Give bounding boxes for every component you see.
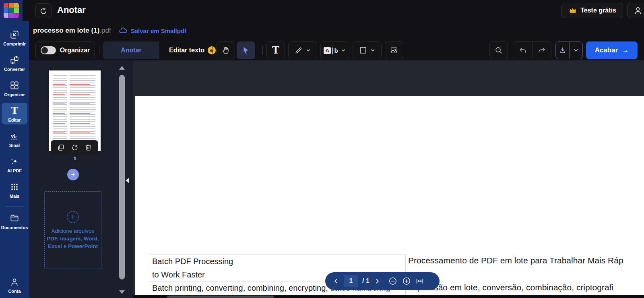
sidebar-item-label: Converter bbox=[4, 67, 25, 72]
person-icon bbox=[633, 6, 643, 15]
next-page-button[interactable] bbox=[374, 277, 381, 285]
chevron-down-icon bbox=[341, 48, 346, 53]
redo-button[interactable] bbox=[532, 42, 551, 59]
sidebar-item-conta[interactable]: Conta bbox=[2, 274, 27, 296]
zoom-in-button[interactable] bbox=[402, 276, 411, 286]
crown-icon bbox=[568, 6, 577, 15]
arrow-right-icon: → bbox=[622, 46, 629, 54]
hand-tool-button[interactable] bbox=[217, 41, 235, 59]
history-group bbox=[513, 41, 551, 59]
sidebar-item-label: Mais bbox=[10, 194, 19, 199]
compress-icon bbox=[9, 29, 20, 40]
organize-toggle-button[interactable]: Organizar bbox=[35, 41, 95, 59]
cloud-icon bbox=[118, 26, 128, 35]
sidebar-item-label: Conta bbox=[8, 289, 21, 294]
current-page-input[interactable]: 1 bbox=[344, 275, 358, 287]
search-button[interactable] bbox=[489, 41, 508, 59]
toolbar-separator bbox=[99, 46, 99, 55]
download-icon bbox=[559, 46, 567, 54]
editor-toolbar: Organizar Anotar Editar texto bbox=[29, 40, 644, 60]
draw-tool-button[interactable] bbox=[288, 41, 317, 59]
redo-icon bbox=[537, 46, 546, 55]
sidebar-item-documentos[interactable]: Documentos bbox=[2, 210, 27, 232]
rotate-page-button[interactable] bbox=[70, 143, 79, 152]
toolbar-separator bbox=[213, 46, 213, 55]
fit-width-button[interactable] bbox=[415, 277, 424, 286]
chevron-down-icon bbox=[573, 47, 579, 54]
organize-toggle-label: Organizar bbox=[60, 47, 90, 54]
horizontal-scrollbar[interactable] bbox=[133, 295, 644, 298]
undo-icon bbox=[518, 46, 527, 55]
sparkles-icon bbox=[9, 156, 20, 167]
sidebar-item-sinal[interactable]: Sinal bbox=[2, 128, 27, 150]
page-thumbnail[interactable] bbox=[49, 70, 101, 151]
scrollbar-thumb[interactable] bbox=[167, 296, 274, 298]
account-button[interactable] bbox=[627, 3, 644, 18]
duplicate-page-button[interactable] bbox=[57, 143, 65, 152]
sidebar-item-ai-pdf[interactable]: AI PDF bbox=[2, 153, 27, 175]
delete-page-button[interactable] bbox=[84, 143, 93, 152]
sidebar-item-comprimir[interactable]: Comprimir bbox=[2, 27, 27, 48]
sidebar-item-mais[interactable]: Mais bbox=[2, 179, 27, 201]
text-edit-icon: A|b bbox=[324, 46, 338, 55]
text-tool-button[interactable]: T bbox=[266, 41, 285, 59]
tab-edit-text-label: Editar texto bbox=[169, 47, 204, 54]
download-options-button[interactable] bbox=[569, 42, 582, 59]
zoom-out-button[interactable] bbox=[388, 276, 398, 286]
finish-button[interactable]: Acabar → bbox=[586, 41, 638, 59]
save-to-smallpdf-link[interactable]: Salvar em Smallpdf bbox=[118, 26, 186, 35]
file-bar: processo em lote (1).pdf Salvar em Small… bbox=[29, 21, 644, 40]
edit-text-icon: T bbox=[11, 106, 19, 116]
premium-crown-icon bbox=[208, 46, 216, 54]
download-button[interactable] bbox=[556, 42, 569, 59]
search-icon bbox=[494, 46, 503, 55]
sidebar-divider bbox=[5, 206, 24, 207]
download-group bbox=[555, 41, 583, 59]
sidebar-item-editar[interactable]: T Editar bbox=[2, 103, 27, 124]
organize-toggle-switch[interactable] bbox=[41, 46, 56, 54]
folder-icon bbox=[9, 213, 20, 224]
pages-panel: 1 + + Adicione arquivos PDF, imagem, Wor… bbox=[29, 60, 133, 298]
translated-line-rest: ssão em lote, conversão, combinação, cri… bbox=[430, 283, 613, 292]
pdf-page[interactable]: Batch PDF Processing to Work Faster Batc… bbox=[135, 96, 644, 295]
scrollbar-thumb[interactable] bbox=[119, 75, 125, 279]
table-row: Batch PDF Processing bbox=[149, 255, 405, 268]
page-title: Anotar bbox=[57, 5, 86, 15]
sidebar-item-organizar[interactable]: Organizar bbox=[2, 77, 27, 99]
text-tool-icon: T bbox=[272, 46, 279, 55]
finish-label: Acabar bbox=[595, 46, 618, 54]
image-tool-button[interactable] bbox=[385, 41, 403, 59]
sidebar-item-label: Editar bbox=[8, 118, 21, 122]
back-button[interactable] bbox=[35, 3, 52, 18]
dropzone-line2: PDF, imagem, Word, bbox=[47, 236, 99, 242]
scroll-down-arrow-icon[interactable] bbox=[119, 290, 125, 294]
back-icon bbox=[39, 7, 47, 15]
smallpdf-logo[interactable] bbox=[0, 0, 23, 21]
toolbar-separator bbox=[262, 46, 263, 55]
scroll-up-arrow-icon[interactable] bbox=[119, 66, 125, 70]
document-canvas: Batch PDF Processing to Work Faster Batc… bbox=[133, 60, 644, 298]
collapse-panel-arrow-icon[interactable] bbox=[126, 178, 129, 183]
save-label: Salvar em Smallpdf bbox=[131, 27, 186, 34]
panel-scrollbar[interactable] bbox=[118, 66, 126, 294]
cursor-icon bbox=[242, 46, 250, 55]
previous-page-button[interactable] bbox=[332, 277, 340, 285]
select-tool-button[interactable] bbox=[237, 41, 255, 59]
dropzone-line1: Adicione arquivos bbox=[52, 228, 95, 234]
free-trial-button[interactable]: Teste grátis bbox=[561, 3, 623, 18]
page-navigation-pill: 1 / 1 bbox=[325, 272, 440, 290]
sidebar-item-converter[interactable]: Converter bbox=[2, 52, 27, 74]
app-sidebar: Comprimir Converter Organizar T Editar bbox=[0, 21, 29, 298]
sidebar-item-label: Comprimir bbox=[3, 41, 26, 46]
file-extension: .pdf bbox=[99, 27, 111, 35]
add-files-dropzone[interactable]: + Adicione arquivos PDF, imagem, Word, E… bbox=[44, 191, 101, 269]
dropzone-line3: Excel e PowerPoint bbox=[48, 243, 98, 249]
shape-tool-button[interactable] bbox=[353, 41, 382, 59]
undo-button[interactable] bbox=[513, 42, 532, 59]
tab-annotate[interactable]: Anotar bbox=[103, 41, 159, 59]
replace-text-tool-button[interactable]: A|b bbox=[320, 41, 349, 59]
tab-edit-text[interactable]: Editar texto bbox=[159, 41, 225, 59]
top-header: Anotar Teste grátis bbox=[0, 0, 644, 21]
logo-grid-icon bbox=[4, 3, 19, 18]
add-page-button[interactable]: + bbox=[67, 169, 79, 180]
